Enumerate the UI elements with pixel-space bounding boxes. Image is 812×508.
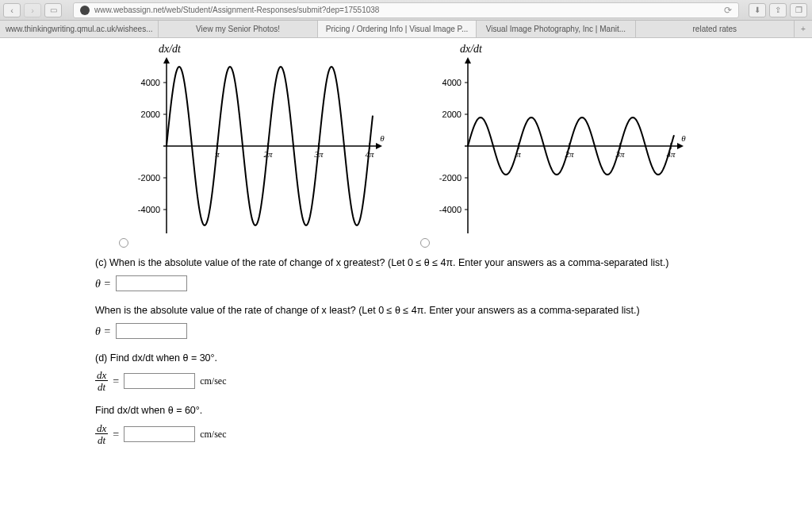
svg-text:θ: θ	[380, 133, 385, 143]
theta-label-2: θ =	[95, 323, 111, 340]
svg-text:4000: 4000	[141, 78, 160, 87]
ylabel-left: dx/dt	[159, 43, 181, 56]
svg-marker-24	[677, 143, 684, 149]
svg-text:-2000: -2000	[138, 173, 160, 183]
question-c-greatest: (c) When is the absolute value of the ra…	[95, 256, 682, 292]
question-c-least-text: When is the absolute value of the rate o…	[95, 303, 682, 318]
url-text: www.webassign.net/web/Student/Assignment…	[94, 6, 379, 14]
ylabel-right: dx/dt	[460, 43, 482, 56]
question-c-greatest-text: (c) When is the absolute value of the ra…	[95, 256, 682, 271]
svg-text:-4000: -4000	[138, 205, 160, 214]
svg-text:2000: 2000	[442, 110, 462, 119]
plot-left-svg: 4000 2000 -2000 -4000 π 2π 3π 4π θ	[119, 43, 389, 241]
address-bar[interactable]: www.webassign.net/web/Student/Assignment…	[73, 2, 739, 18]
page-content: dx/dt 4000 2000 -2000 -4000	[0, 38, 812, 445]
plot-right-svg: 4000 2000 -2000 -4000 π 2π 3π 4π θ	[420, 43, 690, 241]
reload-icon[interactable]: ⟳	[724, 5, 732, 16]
browser-toolbar: ‹ › ▭ www.webassign.net/web/Student/Assi…	[0, 0, 812, 21]
tab-2[interactable]: Pricing / Ordering Info | Visual Image P…	[318, 21, 477, 37]
back-button[interactable]: ‹	[3, 3, 21, 17]
question-d-30: (d) Find dx/dt when θ = 30°. dx dt = cm/…	[95, 351, 682, 393]
option-left-radio[interactable]	[119, 238, 128, 248]
theta-label: θ =	[95, 275, 111, 292]
sidebar-toggle-button[interactable]: ▭	[44, 3, 62, 17]
dxdt-frac-2: dx dt	[95, 423, 108, 445]
answer-d-30-input[interactable]	[124, 373, 195, 389]
tab-3[interactable]: Visual Image Photography, Inc | Manit...	[477, 21, 635, 37]
graph-right: dx/dt 4000 2000 -2000 -4000 π 2π	[420, 43, 690, 241]
graph-left: dx/dt 4000 2000 -2000 -4000	[119, 43, 389, 241]
svg-marker-23	[465, 57, 471, 64]
graph-row: dx/dt 4000 2000 -2000 -4000	[0, 43, 812, 241]
site-icon	[80, 6, 90, 15]
tabs-button[interactable]: ❐	[790, 3, 807, 17]
forward-button[interactable]: ›	[24, 3, 41, 17]
option-right-radio[interactable]	[420, 238, 430, 248]
answer-c-greatest-input[interactable]	[116, 275, 187, 291]
svg-text:2000: 2000	[141, 110, 160, 119]
svg-marker-2	[163, 57, 170, 64]
svg-text:4000: 4000	[442, 78, 462, 87]
question-d-60-text: Find dx/dt when θ = 60°.	[95, 403, 682, 418]
questions: (c) When is the absolute value of the ra…	[0, 241, 682, 445]
svg-text:-4000: -4000	[439, 205, 462, 214]
download-button[interactable]: ⬇	[749, 3, 766, 17]
share-button[interactable]: ⇪	[769, 3, 787, 17]
question-d-60: Find dx/dt when θ = 60°. dx dt = cm/sec	[95, 403, 682, 445]
new-tab-button[interactable]: +	[795, 21, 812, 37]
tab-bar: www.thinkingwriting.qmul.ac.uk/wishees..…	[0, 21, 812, 38]
unit-1: cm/sec	[200, 374, 226, 388]
tab-1[interactable]: View my Senior Photos!	[159, 21, 317, 37]
answer-c-least-input[interactable]	[116, 323, 187, 339]
svg-marker-3	[376, 143, 382, 149]
tab-4[interactable]: related rates	[636, 21, 795, 37]
unit-2: cm/sec	[200, 427, 226, 441]
dxdt-frac-1: dx dt	[95, 370, 108, 392]
svg-text:-2000: -2000	[439, 173, 462, 183]
svg-text:θ: θ	[681, 133, 686, 143]
question-c-least: When is the absolute value of the rate o…	[95, 303, 682, 340]
answer-d-60-input[interactable]	[124, 426, 195, 442]
tab-0[interactable]: www.thinkingwriting.qmul.ac.uk/wishees..…	[0, 21, 159, 37]
question-d-30-text: (d) Find dx/dt when θ = 30°.	[95, 351, 682, 366]
